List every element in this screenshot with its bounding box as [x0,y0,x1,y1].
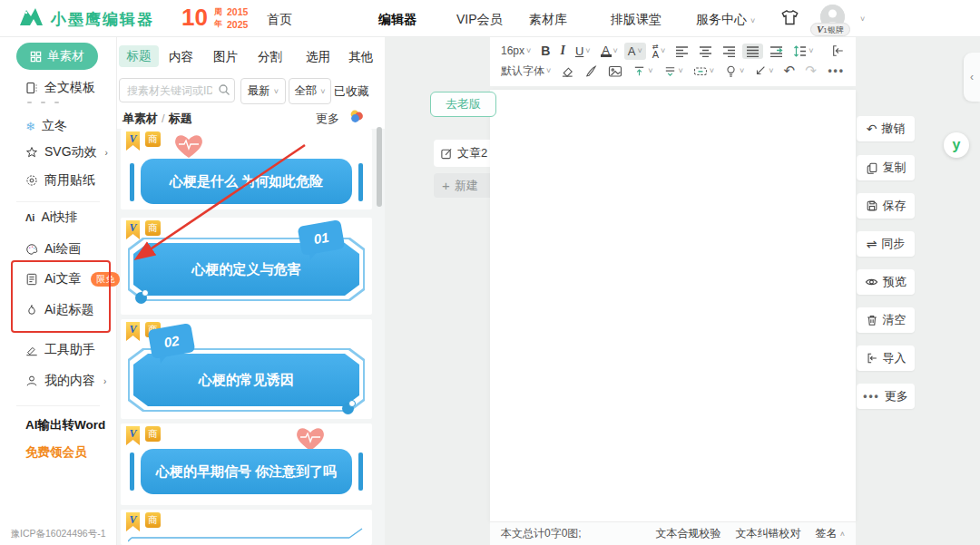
char-spacing-button[interactable]: ⇄A˅ [649,42,670,60]
sync-button[interactable]: ⇌同步 [857,231,915,257]
material-card[interactable]: V 商 心梗是什么 为何如此危险 [121,129,372,209]
snowflake-icon: ❄ [25,120,35,133]
tab-content[interactable]: 内容 [169,49,193,65]
search-icon[interactable] [218,83,230,96]
import-icon [866,352,878,365]
divider-line-graphic [128,526,365,544]
plus-icon: + [442,178,450,193]
chevron-down-icon[interactable]: ˅ [860,15,865,24]
italic-button[interactable]: I [556,42,568,60]
scope-dropdown[interactable]: 全部˅ [289,78,331,104]
color-palette-icon[interactable] [348,108,365,124]
sidebar-item-my-content[interactable]: 我的内容› [25,372,106,390]
margin-dropdown[interactable]: ˅ [690,63,718,80]
favorites-filter[interactable]: 已收藏 [334,83,369,100]
clear-button[interactable]: 清空 [857,307,915,333]
undo-icon[interactable]: ↶ [780,61,799,81]
align-center-icon[interactable] [695,44,716,59]
signature-link[interactable]: 签名 ˄ [815,526,845,541]
collapse-toolbar-icon[interactable] [828,43,848,59]
decorative-dot [342,403,354,414]
logo-text[interactable]: 小墨鹰编辑器 [51,9,154,30]
compliance-check-link[interactable]: 文本合规校验 [655,526,720,541]
space-above-dropdown[interactable]: ˅ [629,63,656,80]
tab-divider[interactable]: 分割 [258,49,282,65]
save-button[interactable]: 保存 [857,193,915,219]
image-icon[interactable] [604,63,626,80]
nav-item-home[interactable]: 首页 [267,12,292,28]
document-icon [25,82,38,94]
collapse-panel-flap[interactable]: ‹ [964,53,980,102]
material-card[interactable]: V 商 心梗的常见诱因 02 [121,319,372,419]
anniversary-years: 20152025 [227,5,248,31]
save-icon [866,200,878,212]
nav-item-editor[interactable]: 编辑器 [378,12,416,28]
app-window: 小墨鹰编辑器 10 周年 20152025 首页 编辑器 VIP会员 素材库 排… [0,0,980,545]
tab-selected[interactable]: 选用 [306,49,330,65]
undo-button[interactable]: ↶撤销 [857,116,915,141]
more-tools-icon[interactable]: ••• [824,63,848,79]
diagonal-arrow-dropdown[interactable]: ˅ [750,63,777,79]
floating-assistant-button[interactable]: y [944,132,969,158]
chevron-down-icon: ˅ [274,87,279,96]
sidebar-item-tools[interactable]: 工具助手 [25,341,95,359]
proofread-link[interactable]: 文本纠错校对 [735,526,800,541]
scrollbar-thumb[interactable] [377,127,382,207]
banner-bracket [358,453,363,491]
eraser-icon[interactable] [557,63,578,80]
underline-button[interactable]: U˅ [572,43,594,60]
align-right-icon[interactable] [719,44,740,59]
tools-icon [25,344,38,356]
tab-image[interactable]: 图片 [213,49,238,65]
tab-other[interactable]: 其他 [348,49,373,65]
editor-canvas[interactable] [490,90,856,521]
material-card[interactable]: V 商 心梗的定义与危害 01 [121,218,372,315]
sidebar-item-single-material[interactable]: 单素材 [16,43,98,70]
font-family-dropdown[interactable]: 默认字体˅ [497,62,554,81]
paragraph-space-dropdown[interactable]: ˅ [660,63,687,80]
ai-to-word-link[interactable]: AI输出转Word [25,417,105,433]
document-tab[interactable]: 文章2 [434,140,495,167]
format-painter-icon[interactable] [581,63,602,80]
sidebar-item-full-template[interactable]: 全文模板 [25,79,95,97]
heart-ecg-icon [172,132,206,160]
more-button[interactable]: •••更多 [857,384,915,409]
new-document-button[interactable]: + 新建 [434,173,495,198]
eye-icon [865,277,878,287]
more-link[interactable]: 更多 [316,111,339,127]
align-justify-icon[interactable] [742,44,763,59]
toolbar-row-2: 默认字体˅ ˅ ˅ ˅ ˅ ˅ ↶ ↷ ••• [497,61,848,81]
palette-icon [25,243,38,256]
free-vip-link[interactable]: 免费领会员 [25,444,87,461]
nav-item-materials[interactable]: 素材库 [529,12,567,28]
preview-button[interactable]: 预览 [857,269,915,295]
clothes-icon[interactable] [780,8,799,27]
sidebar-item-stickers[interactable]: 商用贴纸 [25,171,95,190]
sidebar-item-ai-quick[interactable]: Λi Ai快排 [25,209,78,227]
nav-item-vip[interactable]: VIP会员 [456,12,503,28]
highlight-color-button[interactable]: A˅ [624,43,646,60]
material-card[interactable]: V 商 [121,510,372,545]
line-height-dropdown[interactable]: ˅ [789,44,817,59]
tab-title[interactable]: 标题 [119,45,159,67]
font-color-button[interactable]: A˅ [597,44,622,59]
old-version-button[interactable]: 去老版 [430,92,496,117]
sidebar-item-ai-painting[interactable]: Ai绘画 [25,240,81,258]
align-left-icon[interactable] [671,44,692,59]
redo-icon[interactable]: ↷ [801,61,820,81]
lamp-icon[interactable]: ˅ [720,63,748,80]
sort-dropdown[interactable]: 最新˅ [240,78,286,104]
import-button[interactable]: 导入 [857,345,915,371]
font-size-dropdown[interactable]: 16px˅ [497,43,534,59]
user-level-badge: V1银牌 [810,23,850,36]
vip-badge: V [126,322,140,341]
indent-icon[interactable] [766,44,787,59]
sidebar-item-svg-animation[interactable]: SVG动效› [25,143,108,161]
sidebar-item-lidong[interactable]: ❄ 立冬 [25,117,67,135]
copy-button[interactable]: 复制 [857,155,915,180]
bold-button[interactable]: B [537,42,554,60]
material-card[interactable]: V 商 心梗的早期信号 你注意到了吗 [121,423,372,505]
nav-item-service[interactable]: 服务中心 ˅ [696,12,755,28]
divider [16,201,100,202]
nav-item-courses[interactable]: 排版课堂 [611,12,662,28]
